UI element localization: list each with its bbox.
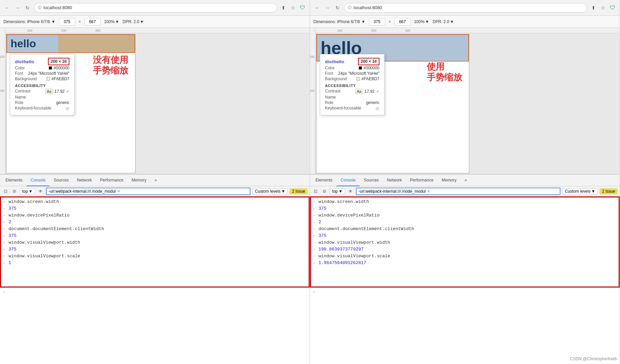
- address-bar-left[interactable]: ⓘ localhost:8080: [34, 3, 277, 13]
- tab-more-left[interactable]: »: [150, 175, 161, 186]
- console-line: › document.documentElement.clientWidth: [3, 226, 307, 233]
- share-icon-right[interactable]: ⬆: [590, 4, 597, 12]
- eye-icon-right[interactable]: 👁: [347, 188, 354, 195]
- shield-icon-right[interactable]: 🛡: [609, 4, 616, 12]
- tooltip-role-row-right: Role generic: [325, 100, 379, 105]
- tab-network-right[interactable]: Network: [383, 175, 406, 186]
- console-line: › document.documentElement.clientWidth: [313, 226, 617, 233]
- arrow-icon: ‹: [3, 220, 9, 224]
- close-filter-icon[interactable]: ✕: [117, 189, 120, 194]
- context-selector-left[interactable]: top ▼: [20, 188, 35, 194]
- forward-button-right[interactable]: →: [324, 4, 331, 12]
- arrow-icon: ›: [3, 240, 9, 245]
- tooltip-size-right: 200 × 34: [358, 58, 379, 65]
- ruler-tick-v-right: 100: [310, 55, 314, 58]
- tab-elements-right[interactable]: Elements: [311, 175, 337, 186]
- contrast-value-right: Aa 17.92 ✓: [355, 89, 380, 94]
- clear-console-button[interactable]: ⊡: [2, 188, 9, 195]
- filter-input-left[interactable]: -url:webpack-internal:///./node_modul ✕: [46, 188, 250, 195]
- contrast-label: Contrast: [15, 89, 30, 94]
- filter-input-right[interactable]: -url:webpack-internal:///./node_modul ✕: [356, 188, 560, 195]
- color-value: #000000: [49, 66, 69, 70]
- phone-frame-right: hello div#hello 200 × 34 Color #000000: [316, 34, 469, 173]
- url-text-right: localhost:8080: [354, 5, 382, 10]
- tab-memory-left[interactable]: Memory: [128, 175, 150, 186]
- block-icon-right[interactable]: ⊘: [321, 188, 328, 195]
- issues-badge-right[interactable]: 2 Issue: [600, 188, 618, 194]
- devtools-tabs-left: Elements Console Sources Network Perform…: [0, 175, 310, 186]
- tab-console-left[interactable]: Console: [27, 175, 50, 186]
- keyboard-label-right: Keyboard-focusable: [325, 106, 361, 111]
- back-button[interactable]: ←: [3, 4, 11, 12]
- tab-sources-left[interactable]: Sources: [50, 175, 73, 186]
- bg-swatch-right: [357, 77, 360, 81]
- bg-value: #FAEBD7: [47, 76, 69, 81]
- console-value: 375: [319, 206, 326, 211]
- tab-memory-right[interactable]: Memory: [438, 175, 460, 186]
- ruler-vertical-left: 100 200: [0, 28, 5, 174]
- tab-more-right[interactable]: »: [460, 175, 471, 186]
- refresh-button[interactable]: ↻: [24, 4, 31, 12]
- chevron-down-icon-levels-right: ▼: [591, 189, 595, 194]
- console-line: › window.visualViewport.scale: [313, 253, 617, 260]
- forward-button[interactable]: →: [14, 4, 21, 12]
- phone-content-right: hello div#hello 200 × 34 Color #000000: [316, 34, 469, 173]
- custom-levels-right[interactable]: Custom levels ▼: [562, 188, 598, 194]
- console-toolbar-left: ⊡ ⊘ top ▼ 👁 -url:webpack-internal:///./n…: [0, 186, 310, 196]
- issues-badge-left[interactable]: 2 Issue: [290, 188, 308, 194]
- device-selector[interactable]: Dimensions: iPhone 6/7/8 ▼: [3, 19, 55, 24]
- clear-console-button-right[interactable]: ⊡: [312, 188, 319, 195]
- block-icon[interactable]: ⊘: [11, 188, 18, 195]
- ruler-horizontal-left: 100 200 300: [0, 28, 310, 33]
- ruler-tick: 100: [27, 29, 32, 32]
- console-output-right[interactable]: › window.screen.width ‹ 375 › window.dev…: [310, 196, 620, 288]
- width-input-right[interactable]: [369, 18, 385, 25]
- custom-levels-label-right: Custom levels: [565, 189, 590, 194]
- zoom-selector-right[interactable]: 100% ▼: [414, 19, 429, 24]
- console-prompt-left[interactable]: ›: [0, 288, 310, 296]
- filter-text-left: -url:webpack-internal:///./node_modul: [49, 189, 116, 194]
- chevron-down-icon-dpr: ▼: [140, 19, 144, 24]
- dimension-separator-right: ×: [389, 19, 391, 24]
- shield-icon[interactable]: 🛡: [299, 4, 306, 12]
- console-text: window.visualViewport.scale: [9, 254, 80, 259]
- refresh-button-right[interactable]: ↻: [334, 4, 341, 12]
- tab-network-left[interactable]: Network: [73, 175, 96, 186]
- tooltip-keyboard-row: Keyboard-focusable ⊘: [15, 105, 69, 111]
- tab-sources-right[interactable]: Sources: [360, 175, 383, 186]
- star-icon[interactable]: ☆: [289, 4, 297, 12]
- device-selector-right[interactable]: Dimensions: iPhone 6/7/8 ▼: [313, 19, 365, 24]
- arrow-icon: ›: [3, 226, 9, 231]
- dpr-label-right: DPR: 2.0: [433, 19, 449, 24]
- dpr-label: DPR: 2.0: [123, 19, 139, 24]
- address-bar-right[interactable]: ⓘ localhost:8080: [344, 3, 587, 13]
- dpr-selector-right[interactable]: DPR: 2.0 ▼: [433, 19, 454, 24]
- role-label: Role: [15, 100, 23, 105]
- custom-levels-left[interactable]: Custom levels ▼: [252, 188, 288, 194]
- tab-elements-left[interactable]: Elements: [1, 175, 27, 186]
- arrow-icon: ›: [313, 254, 319, 258]
- tab-performance-left[interactable]: Performance: [96, 175, 128, 186]
- console-value: 1.9647504091262817: [319, 260, 366, 265]
- share-icon[interactable]: ⬆: [280, 4, 287, 12]
- close-filter-icon-right[interactable]: ✕: [427, 189, 430, 194]
- context-selector-right[interactable]: top ▼: [330, 188, 345, 194]
- tab-performance-right[interactable]: Performance: [406, 175, 438, 186]
- arrow-icon: ‹: [313, 233, 319, 238]
- console-prompt-right[interactable]: ›: [310, 288, 620, 296]
- chevron-down-icon-dpr-right: ▼: [450, 19, 454, 24]
- zoom-label-right: 100%: [414, 19, 425, 24]
- console-text: window.visualViewport.scale: [319, 254, 390, 259]
- tab-console-right[interactable]: Console: [337, 175, 360, 186]
- height-input[interactable]: [84, 18, 101, 25]
- devtools-left: Elements Console Sources Network Perform…: [0, 174, 310, 296]
- star-icon-right[interactable]: ☆: [599, 4, 607, 12]
- eye-icon-left[interactable]: 👁: [37, 188, 44, 195]
- back-button-right[interactable]: ←: [313, 4, 321, 12]
- console-output-left[interactable]: › window.screen.width ‹ 375 › window.dev…: [0, 196, 310, 288]
- width-input[interactable]: [59, 18, 75, 25]
- dpr-selector[interactable]: DPR: 2.0 ▼: [123, 19, 144, 24]
- zoom-selector[interactable]: 100% ▼: [104, 19, 119, 24]
- devtools-right: Elements Console Sources Network Perform…: [310, 174, 620, 296]
- height-input-right[interactable]: [394, 18, 411, 25]
